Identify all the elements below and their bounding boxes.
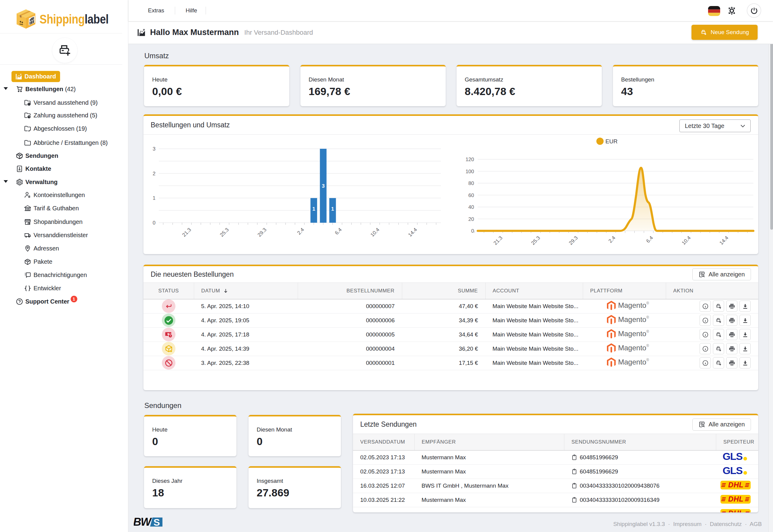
svg-text:20: 20 [468, 216, 474, 222]
svg-text:25.3: 25.3 [219, 227, 230, 238]
svg-text:6.4: 6.4 [645, 235, 654, 244]
svg-text:40: 40 [468, 204, 474, 210]
svg-text:DHL: DHL [728, 509, 744, 513]
svg-text:1: 1 [153, 195, 155, 201]
svg-text:10.4: 10.4 [681, 235, 692, 246]
svg-text:80: 80 [468, 180, 474, 186]
svg-text:6.4: 6.4 [334, 227, 343, 236]
svg-text:1: 1 [312, 206, 315, 212]
svg-text:DHL: DHL [728, 495, 744, 503]
svg-text:0: 0 [471, 228, 474, 234]
svg-text:2.4: 2.4 [296, 227, 305, 236]
svg-text:14.4: 14.4 [718, 235, 730, 246]
svg-text:2.4: 2.4 [608, 235, 617, 244]
svg-text:BW: BW [134, 518, 152, 527]
svg-text:29.3: 29.3 [256, 227, 267, 238]
svg-text:14.4: 14.4 [407, 227, 418, 238]
svg-text:100: 100 [466, 169, 474, 174]
svg-text:29.3: 29.3 [568, 235, 579, 246]
svg-text:S: S [153, 518, 160, 527]
svg-text:EUR: EUR [605, 138, 618, 145]
svg-text:DHL: DHL [728, 481, 744, 489]
svg-text:3: 3 [153, 146, 155, 152]
svg-text:3: 3 [322, 183, 324, 189]
svg-text:1: 1 [331, 206, 334, 212]
svg-text:0: 0 [153, 220, 155, 226]
svg-text:GLS: GLS [723, 451, 743, 462]
svg-text:21.3: 21.3 [493, 235, 504, 246]
svg-text:GLS: GLS [723, 465, 743, 476]
svg-text:25.3: 25.3 [530, 235, 542, 246]
svg-text:120: 120 [466, 157, 474, 162]
svg-text:2: 2 [153, 171, 155, 177]
svg-text:60: 60 [468, 193, 474, 198]
svg-text:21.3: 21.3 [181, 227, 192, 238]
svg-text:10.4: 10.4 [369, 227, 380, 238]
